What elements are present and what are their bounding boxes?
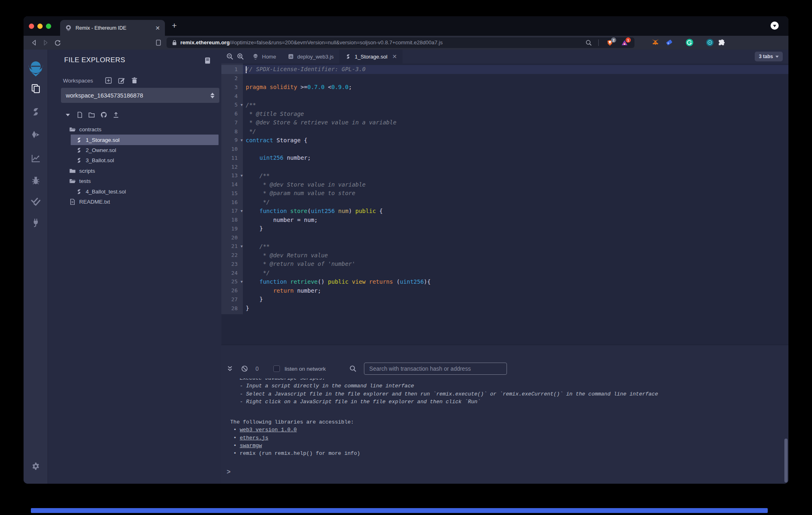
file-tree-item[interactable]: 3_Ballot.sol (48, 155, 221, 165)
solidity-compiler-icon[interactable] (30, 106, 41, 117)
delete-workspace-icon[interactable] (131, 77, 138, 84)
close-tab-icon[interactable]: ✕ (155, 25, 160, 31)
library-link[interactable]: ethers.js (240, 435, 268, 441)
file-tree-item[interactable]: README.txt (48, 197, 221, 207)
zoom-in-icon[interactable] (237, 53, 244, 60)
code-line[interactable]: 21▼ /** (221, 242, 788, 251)
code-line[interactable]: 22 * @dev Return value (221, 251, 788, 260)
code-line[interactable]: 1// SPDX-License-Identifier: GPL-3.0 (221, 65, 788, 74)
close-tab-icon[interactable]: ✕ (392, 53, 397, 60)
minimize-window-button[interactable] (37, 24, 43, 29)
terminal-library-item[interactable]: • ethers.js (227, 434, 360, 442)
fold-arrow-icon[interactable]: ▼ (238, 280, 246, 284)
teal-extension-icon[interactable] (706, 38, 714, 47)
github-icon[interactable] (100, 111, 107, 118)
zoom-page-icon[interactable] (585, 39, 592, 46)
code-line[interactable]: 15 * @param num value to store (221, 189, 788, 198)
browser-tab[interactable]: Remix - Ethereum IDE ✕ (60, 20, 165, 36)
unit-testing-icon[interactable] (30, 196, 41, 207)
zoom-out-icon[interactable] (226, 53, 234, 60)
fold-arrow-icon[interactable]: ▼ (238, 103, 246, 107)
upload-icon[interactable] (113, 111, 119, 118)
editor-tab[interactable]: 1_Storage.sol✕ (339, 50, 403, 63)
tag-extension-icon[interactable] (665, 38, 673, 47)
metamask-icon[interactable] (651, 38, 660, 47)
brave-shield-icon[interactable]: 2 (606, 39, 613, 46)
code-line[interactable]: 28} (221, 304, 788, 313)
code-line[interactable]: 13▼ /** (221, 171, 788, 180)
grammarly-icon[interactable] (685, 38, 694, 47)
forward-icon[interactable] (41, 39, 50, 47)
code-line[interactable]: 7 * @dev Store & retrieve value in a var… (221, 118, 788, 127)
rename-workspace-icon[interactable] (118, 77, 125, 84)
downloads-icon[interactable] (771, 22, 779, 30)
brave-rewards-icon[interactable]: 1 (621, 39, 628, 46)
code-line[interactable]: 16 */ (221, 198, 788, 206)
editor-tab[interactable]: JSdeploy_web3.js (282, 50, 340, 63)
code-line[interactable]: 17▼ function store(uint256 num) public { (221, 206, 788, 215)
code-line[interactable]: 2 (221, 74, 788, 83)
library-link[interactable]: swarmgw (240, 443, 262, 449)
plugin-manager-icon[interactable] (30, 217, 41, 227)
code-line[interactable]: 12 (221, 162, 788, 171)
clear-console-icon[interactable] (241, 365, 248, 372)
collapse-terminal-icon[interactable] (226, 365, 234, 372)
extensions-puzzle-icon[interactable] (717, 38, 725, 47)
new-folder-icon[interactable] (88, 111, 95, 118)
reload-icon[interactable] (54, 39, 62, 47)
remix-logo-icon[interactable] (27, 60, 44, 78)
zoom-window-button[interactable] (46, 24, 51, 29)
editor-tab[interactable]: Home (247, 50, 282, 63)
code-line[interactable]: 6 * @title Storage (221, 109, 788, 118)
workspace-select[interactable]: workspace_16345735186878 (61, 88, 219, 103)
settings-icon[interactable] (31, 462, 41, 472)
collapse-tree-icon[interactable] (66, 114, 70, 116)
terminal-library-item[interactable]: • web3 version 1.0.0 (227, 426, 360, 434)
file-tree-item[interactable]: 2_Owner.sol (48, 145, 221, 155)
file-tree-item[interactable]: 1_Storage.sol (71, 135, 219, 145)
create-workspace-icon[interactable] (105, 77, 112, 84)
sidebar-toggle-icon[interactable] (154, 39, 162, 47)
code-line[interactable]: 24 */ (221, 268, 788, 277)
code-line[interactable]: 19 } (221, 224, 788, 233)
fold-arrow-icon[interactable]: ▼ (238, 174, 246, 178)
code-line[interactable]: 23 * @return value of 'number' (221, 260, 788, 269)
code-line[interactable]: 18 number = num; (221, 215, 788, 224)
new-file-icon[interactable] (76, 111, 83, 118)
terminal-library-item[interactable]: • swarmgw (227, 442, 360, 450)
fold-arrow-icon[interactable]: ▼ (238, 209, 246, 213)
code-line[interactable]: 26 return number; (221, 286, 788, 295)
code-line[interactable]: 20 (221, 233, 788, 242)
file-tree-item[interactable]: tests (48, 176, 221, 186)
code-line[interactable]: 3pragma solidity >=0.7.0 <0.9.0; (221, 83, 788, 92)
code-line[interactable]: 8 */ (221, 127, 788, 136)
code-line[interactable]: 14 * @dev Store value in variable (221, 180, 788, 189)
file-tree-item[interactable]: 4_Ballot_test.sol (48, 186, 221, 196)
analysis-icon[interactable] (30, 153, 41, 164)
code-line[interactable]: 9▼contract Storage { (221, 136, 788, 145)
code-line[interactable]: 27 } (221, 295, 788, 304)
code-line[interactable]: 4 (221, 91, 788, 100)
fold-arrow-icon[interactable]: ▼ (238, 138, 246, 142)
tabs-count-dropdown[interactable]: 3 tabs (755, 52, 783, 61)
new-tab-button[interactable]: + (172, 21, 177, 30)
deploy-run-icon[interactable] (30, 130, 41, 140)
file-explorers-menu-icon[interactable] (204, 56, 212, 65)
terminal-scrollbar[interactable] (784, 439, 788, 482)
code-line[interactable]: 10 (221, 145, 788, 154)
back-icon[interactable] (30, 39, 38, 47)
fold-arrow-icon[interactable]: ▼ (238, 244, 246, 248)
code-editor[interactable]: 1// SPDX-License-Identifier: GPL-3.023pr… (221, 63, 788, 345)
file-tree-item[interactable]: contracts (48, 124, 221, 135)
transaction-search-input[interactable] (364, 363, 507, 375)
code-line[interactable]: 25▼ function retrieve() public view retu… (221, 277, 788, 286)
listen-on-network-checkbox[interactable] (273, 365, 280, 372)
library-link[interactable]: web3 version 1.0.0 (240, 427, 297, 433)
url-bar[interactable]: remix.ethereum.org/#optimize=false&runs=… (167, 37, 634, 48)
file-explorer-icon[interactable] (30, 83, 41, 94)
code-line[interactable]: 5▼/** (221, 100, 788, 109)
code-line[interactable]: 11 uint256 number; (221, 154, 788, 163)
debugger-icon[interactable] (30, 175, 41, 186)
file-tree-item[interactable]: scripts (48, 166, 221, 176)
close-window-button[interactable] (29, 24, 34, 29)
